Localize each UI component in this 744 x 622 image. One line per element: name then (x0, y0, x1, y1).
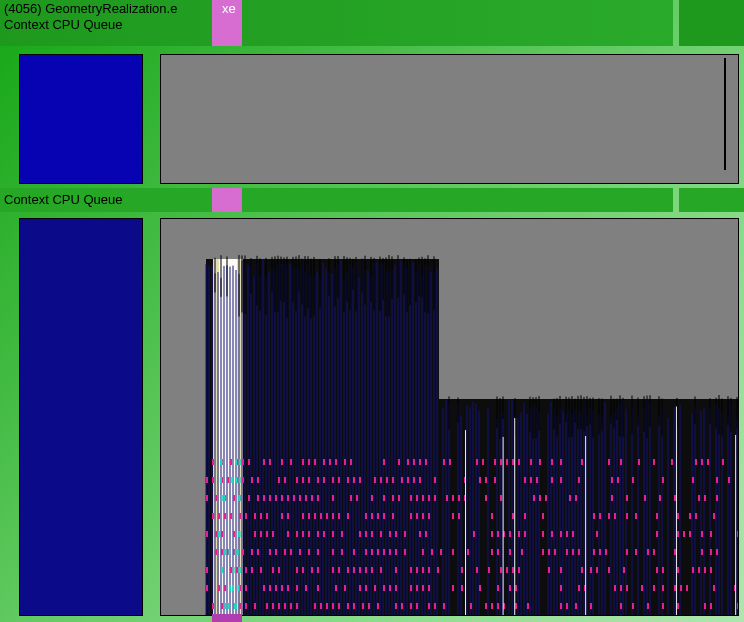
svg-rect-361 (269, 495, 271, 501)
svg-rect-304 (212, 477, 214, 483)
svg-rect-624 (389, 585, 391, 591)
svg-rect-275 (425, 459, 427, 465)
svg-rect-328 (407, 477, 409, 483)
svg-rect-528 (491, 549, 493, 555)
svg-rect-325 (386, 477, 388, 483)
header-bar-right[interactable] (679, 0, 744, 46)
svg-rect-674 (368, 603, 370, 609)
svg-rect-512 (317, 549, 319, 555)
svg-rect-311 (278, 477, 280, 483)
playhead-mid[interactable] (212, 188, 242, 212)
svg-rect-267 (335, 459, 337, 465)
svg-rect-523 (422, 549, 424, 555)
svg-rect-314 (302, 477, 304, 483)
svg-rect-366 (299, 495, 301, 501)
playhead-bottom[interactable] (212, 614, 242, 622)
svg-rect-446 (677, 513, 679, 519)
svg-rect-351 (231, 477, 233, 483)
svg-rect-331 (434, 477, 436, 483)
timeline-panel-1[interactable] (160, 218, 739, 616)
svg-rect-398 (698, 495, 700, 501)
svg-rect-480 (518, 531, 520, 537)
svg-rect-510 (299, 549, 301, 555)
svg-rect-373 (371, 495, 373, 501)
svg-rect-343 (617, 477, 619, 483)
svg-rect-333 (479, 477, 481, 483)
svg-rect-288 (560, 459, 562, 465)
svg-rect-527 (467, 549, 469, 555)
svg-rect-439 (593, 513, 595, 519)
svg-rect-363 (281, 495, 283, 501)
svg-rect-631 (461, 585, 463, 591)
svg-rect-580 (461, 567, 463, 573)
svg-rect-540 (605, 549, 607, 555)
svg-rect-651 (238, 585, 240, 591)
svg-rect-456 (266, 531, 268, 537)
svg-rect-420 (326, 513, 328, 519)
svg-rect-463 (323, 531, 325, 537)
svg-rect-470 (389, 531, 391, 537)
svg-rect-433 (452, 513, 454, 519)
svg-rect-655 (221, 603, 223, 609)
svg-rect-670 (338, 603, 340, 609)
svg-rect-295 (695, 459, 697, 465)
timeline-panel-0[interactable] (160, 54, 739, 184)
svg-rect-599 (704, 567, 706, 573)
svg-rect-415 (287, 513, 289, 519)
svg-rect-607 (224, 585, 226, 591)
svg-rect-633 (497, 585, 499, 591)
svg-rect-583 (500, 567, 502, 573)
svg-rect-413 (266, 513, 268, 519)
svg-rect-544 (653, 549, 655, 555)
svg-rect-694 (620, 603, 622, 609)
svg-rect-466 (359, 531, 361, 537)
row1-bar-right[interactable] (679, 188, 744, 212)
svg-rect-364 (287, 495, 289, 501)
svg-rect-573 (380, 567, 382, 573)
svg-rect-576 (416, 567, 418, 573)
svg-rect-490 (683, 531, 685, 537)
svg-rect-266 (329, 459, 331, 465)
svg-rect-471 (395, 531, 397, 537)
svg-rect-453 (233, 531, 235, 537)
svg-rect-362 (275, 495, 277, 501)
svg-rect-310 (257, 477, 259, 483)
svg-rect-614 (287, 585, 289, 591)
svg-rect-589 (581, 567, 583, 573)
svg-rect-521 (395, 549, 397, 555)
svg-rect-393 (611, 495, 613, 501)
svg-rect-660 (266, 603, 268, 609)
svg-rect-451 (215, 531, 217, 537)
svg-rect-321 (353, 477, 355, 483)
svg-rect-443 (626, 513, 628, 519)
svg-rect-287 (551, 459, 553, 465)
svg-rect-426 (377, 513, 379, 519)
svg-rect-389 (539, 495, 541, 501)
svg-rect-473 (419, 531, 421, 537)
svg-rect-424 (365, 513, 367, 519)
svg-rect-263 (308, 459, 310, 465)
svg-rect-428 (392, 513, 394, 519)
svg-rect-341 (578, 477, 580, 483)
svg-rect-524 (431, 549, 433, 555)
svg-rect-309 (251, 477, 253, 483)
svg-rect-313 (296, 477, 298, 483)
svg-rect-444 (635, 513, 637, 519)
svg-rect-610 (263, 585, 265, 591)
svg-rect-335 (494, 477, 496, 483)
svg-rect-570 (359, 567, 361, 573)
event-marker (724, 58, 726, 170)
svg-rect-604 (221, 567, 223, 573)
queue-thumbnail-1[interactable] (19, 218, 143, 616)
svg-rect-380 (428, 495, 430, 501)
svg-rect-376 (398, 495, 400, 501)
svg-rect-514 (341, 549, 343, 555)
svg-rect-378 (416, 495, 418, 501)
svg-rect-347 (716, 477, 718, 483)
svg-rect-403 (223, 495, 225, 501)
svg-rect-315 (308, 477, 310, 483)
svg-rect-294 (671, 459, 673, 465)
svg-rect-494 (737, 531, 738, 537)
queue-thumbnail-0[interactable] (19, 54, 143, 184)
svg-rect-450 (206, 531, 208, 537)
